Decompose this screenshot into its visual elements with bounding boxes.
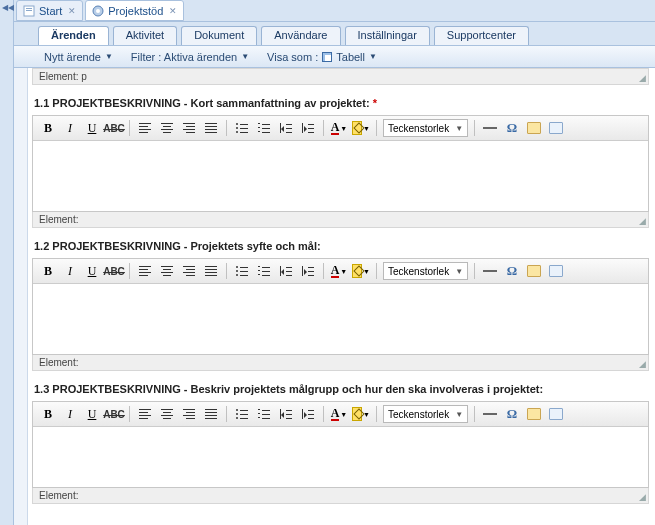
align-right-button[interactable]: [180, 262, 198, 280]
horizontal-rule-button[interactable]: [481, 405, 499, 423]
font-size-select[interactable]: Teckenstorlek▼: [383, 119, 468, 137]
rte-2-toolbar: B I U ABC A▼ ▼: [33, 259, 648, 284]
paste-button[interactable]: [525, 405, 543, 423]
chevron-down-icon: ▼: [455, 124, 463, 133]
align-justify-button[interactable]: [202, 262, 220, 280]
content-gutter: [14, 68, 28, 525]
ordered-list-button[interactable]: [255, 119, 273, 137]
bullet-list-button[interactable]: [233, 262, 251, 280]
align-left-button[interactable]: [136, 262, 154, 280]
italic-button[interactable]: I: [61, 119, 79, 137]
rte-3-body[interactable]: [33, 427, 648, 487]
new-issue-menu[interactable]: Nytt ärende▼: [44, 51, 113, 63]
text-color-button[interactable]: A▼: [330, 119, 348, 137]
highlight-color-button[interactable]: ▼: [352, 119, 370, 137]
close-icon[interactable]: ✕: [169, 6, 177, 16]
indent-button[interactable]: [299, 119, 317, 137]
rte-3-toolbar: B I U ABC A▼ ▼: [33, 402, 648, 427]
bullet-list-button[interactable]: [233, 119, 251, 137]
rte-3: B I U ABC A▼ ▼: [32, 401, 649, 488]
font-size-select[interactable]: Teckenstorlek▼: [383, 262, 468, 280]
text-color-button[interactable]: A▼: [330, 405, 348, 423]
tab-projektstod-label: Projektstöd: [108, 5, 163, 17]
ordered-list-button[interactable]: [255, 262, 273, 280]
rte-2-body[interactable]: [33, 284, 648, 354]
paste-button[interactable]: [525, 119, 543, 137]
svg-rect-1: [26, 8, 32, 9]
required-marker: *: [373, 97, 377, 109]
italic-button[interactable]: I: [61, 262, 79, 280]
section-3-title: 1.3 PROJEKTBESKRIVNING - Beskriv projekt…: [32, 371, 649, 401]
strike-button[interactable]: ABC: [105, 119, 123, 137]
align-center-button[interactable]: [158, 262, 176, 280]
outdent-button[interactable]: [277, 405, 295, 423]
align-left-button[interactable]: [136, 119, 154, 137]
rte-2-element-bar: Element: ◢: [32, 355, 649, 371]
rte-1-body[interactable]: [33, 141, 648, 211]
tab-arenden[interactable]: Ärenden: [38, 26, 109, 45]
paste-word-button[interactable]: [547, 119, 565, 137]
outdent-button[interactable]: [277, 119, 295, 137]
window-tab-strip: Start ✕ Projektstöd ✕: [14, 0, 655, 22]
strike-button[interactable]: ABC: [105, 405, 123, 423]
rte-3-element-bar: Element: ◢: [32, 488, 649, 504]
align-justify-button[interactable]: [202, 405, 220, 423]
special-char-button[interactable]: Ω: [503, 119, 521, 137]
rte-2: B I U ABC A▼ ▼: [32, 258, 649, 355]
horizontal-rule-button[interactable]: [481, 262, 499, 280]
section-2-title: 1.2 PROJEKTBESKRIVNING - Projektets syft…: [32, 228, 649, 258]
ordered-list-button[interactable]: [255, 405, 273, 423]
tab-support[interactable]: Supportcenter: [434, 26, 529, 45]
font-size-select[interactable]: Teckenstorlek▼: [383, 405, 468, 423]
resize-handle-icon[interactable]: ◢: [639, 216, 646, 226]
resize-handle-icon[interactable]: ◢: [639, 492, 646, 502]
tab-anvandare[interactable]: Användare: [261, 26, 340, 45]
table-icon: [322, 52, 332, 62]
list-toolbar: Nytt ärende▼ Filter : Aktiva ärenden▼ Vi…: [14, 46, 655, 68]
rte-1: B I U ABC A▼ ▼: [32, 115, 649, 212]
close-icon[interactable]: ✕: [68, 6, 76, 16]
horizontal-rule-button[interactable]: [481, 119, 499, 137]
highlight-color-button[interactable]: ▼: [352, 405, 370, 423]
bullet-list-button[interactable]: [233, 405, 251, 423]
indent-button[interactable]: [299, 262, 317, 280]
tab-start-label: Start: [39, 5, 62, 17]
indent-button[interactable]: [299, 405, 317, 423]
text-color-button[interactable]: A▼: [330, 262, 348, 280]
filter-menu[interactable]: Filter : Aktiva ärenden▼: [131, 51, 249, 63]
tab-aktivitet[interactable]: Aktivitet: [113, 26, 178, 45]
underline-button[interactable]: U: [83, 262, 101, 280]
chevron-down-icon: ▼: [369, 52, 377, 61]
bold-button[interactable]: B: [39, 119, 57, 137]
tab-start[interactable]: Start ✕: [16, 0, 83, 21]
paste-word-button[interactable]: [547, 262, 565, 280]
align-center-button[interactable]: [158, 119, 176, 137]
bold-button[interactable]: B: [39, 405, 57, 423]
underline-button[interactable]: U: [83, 119, 101, 137]
italic-button[interactable]: I: [61, 405, 79, 423]
collapse-left-panel[interactable]: ◀◀: [2, 2, 12, 14]
module-tab-strip: Ärenden Aktivitet Dokument Användare Ins…: [14, 22, 655, 46]
align-right-button[interactable]: [180, 405, 198, 423]
paste-word-button[interactable]: [547, 405, 565, 423]
resize-handle-icon[interactable]: ◢: [639, 73, 646, 83]
view-as-menu[interactable]: Visa som : Tabell ▼: [267, 51, 377, 63]
special-char-button[interactable]: Ω: [503, 262, 521, 280]
rte-1-toolbar: B I U ABC A▼ ▼: [33, 116, 648, 141]
align-justify-button[interactable]: [202, 119, 220, 137]
underline-button[interactable]: U: [83, 405, 101, 423]
tab-installningar[interactable]: Inställningar: [345, 26, 430, 45]
resize-handle-icon[interactable]: ◢: [639, 359, 646, 369]
highlight-color-button[interactable]: ▼: [352, 262, 370, 280]
align-center-button[interactable]: [158, 405, 176, 423]
tab-projektstod[interactable]: Projektstöd ✕: [85, 0, 184, 21]
outdent-button[interactable]: [277, 262, 295, 280]
tab-dokument[interactable]: Dokument: [181, 26, 257, 45]
bold-button[interactable]: B: [39, 262, 57, 280]
align-left-button[interactable]: [136, 405, 154, 423]
paste-button[interactable]: [525, 262, 543, 280]
section-1-title: 1.1 PROJEKTBESKRIVNING - Kort sammanfatt…: [32, 85, 649, 115]
special-char-button[interactable]: Ω: [503, 405, 521, 423]
align-right-button[interactable]: [180, 119, 198, 137]
strike-button[interactable]: ABC: [105, 262, 123, 280]
